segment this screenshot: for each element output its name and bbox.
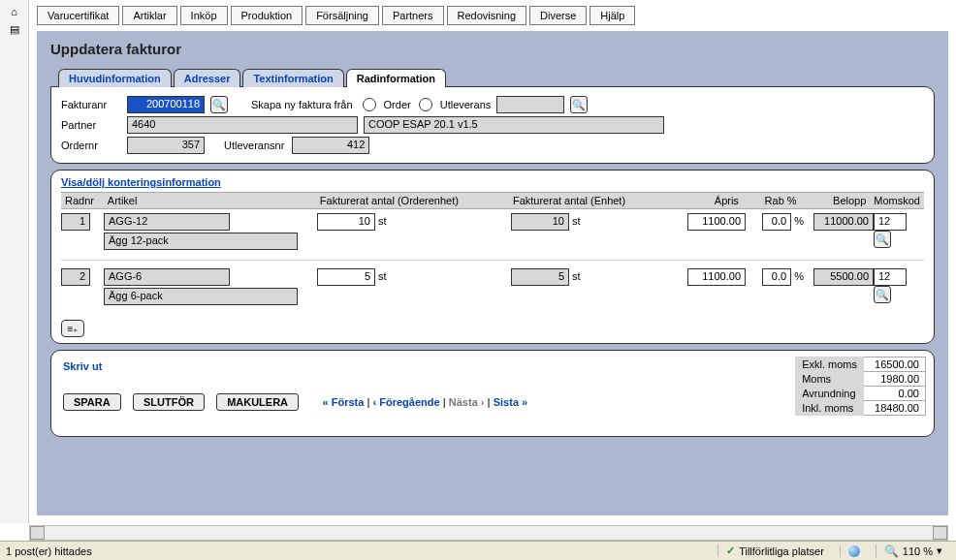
order-radio[interactable] — [363, 98, 376, 111]
status-zoom[interactable]: 🔍 110 % ▾ — [876, 544, 950, 558]
total-inkl-value: 18480.00 — [864, 401, 926, 416]
momskod-search-icon[interactable]: 🔍 — [874, 231, 891, 248]
utleveransnr-label: Utleveransnr — [224, 140, 286, 151]
total-moms-value: 1980.00 — [864, 372, 926, 387]
momskod-input[interactable]: 12 — [874, 213, 907, 231]
utleverans-radio[interactable] — [419, 98, 432, 111]
fakturanr-search-icon[interactable]: 🔍 — [210, 96, 228, 113]
toggle-kontering-link[interactable]: Visa/dölj konteringsinformation — [61, 176, 221, 188]
total-avrundning-label: Avrundning — [796, 387, 864, 401]
left-icon-bar: ⌂ ▤ — [0, 0, 29, 523]
order-radio-label: Order — [384, 99, 411, 110]
skriv-ut-link[interactable]: Skriv ut — [63, 360, 102, 372]
utleverans-radio-label: Utleverans — [440, 99, 492, 110]
menu-partners[interactable]: Partners — [382, 6, 444, 25]
belopp-field: 5500.00 — [813, 268, 874, 286]
partner-nr-field: 4640 — [127, 116, 358, 134]
col-momskod: Momskod — [870, 193, 924, 208]
home-icon[interactable]: ⌂ — [0, 6, 28, 17]
table-row: 1 AGG-12 Ägg 12-pack 10 st 10 st 1100.00 — [61, 209, 924, 261]
rab-input[interactable]: 0.0 — [762, 213, 791, 231]
utleveransnr-field: 412 — [292, 137, 369, 154]
menu-varucertifikat[interactable]: Varucertifikat — [37, 6, 119, 25]
ordernr-label: Ordernr — [61, 140, 121, 151]
scroll-right-arrow-icon[interactable] — [933, 526, 947, 540]
col-apris: Ápris — [673, 193, 743, 208]
makulera-button[interactable]: MAKULERA — [216, 393, 299, 411]
lines-header: Radnr Artikel Fakturerat antal (Orderenh… — [61, 192, 924, 209]
total-exkl-label: Exkl. moms — [796, 358, 864, 372]
rab-input[interactable]: 0.0 — [762, 268, 791, 286]
globe-icon — [848, 545, 860, 557]
radnr-field: 1 — [61, 213, 90, 231]
apris-input[interactable]: 1100.00 — [687, 268, 746, 286]
artikel-namn-field: Ägg 6-pack — [104, 288, 298, 305]
fao-unit: st — [378, 215, 387, 227]
invoice-footer-panel: Skriv ut SPARA SLUTFÖR MAKULERA « Första… — [50, 350, 935, 437]
col-fakt-orderenhet: Fakturerat antal (Orderenhet) — [316, 193, 509, 208]
menu-artiklar[interactable]: Artiklar — [122, 6, 176, 25]
momskod-input[interactable]: 12 — [874, 268, 907, 286]
radnr-field: 2 — [61, 268, 90, 286]
total-inkl-label: Inkl. moms — [796, 401, 864, 416]
rab-pct: % — [794, 215, 804, 227]
invoice-header-panel: Fakturanr 200700118 🔍 Skapa ny faktura f… — [50, 86, 935, 164]
zoom-icon: 🔍 — [884, 544, 899, 558]
status-record-count: 1 post(er) hittades — [6, 545, 92, 557]
rab-pct: % — [794, 270, 804, 282]
artikel-kod-field[interactable]: AGG-6 — [104, 268, 230, 286]
tab-textinformation[interactable]: Textinformation — [242, 69, 343, 87]
scroll-left-arrow-icon[interactable] — [30, 526, 45, 540]
ordernr-field: 357 — [127, 137, 205, 154]
col-artikel: Artikel — [104, 193, 316, 208]
momskod-search-icon[interactable]: 🔍 — [874, 286, 891, 303]
zoom-dropdown-icon[interactable]: ▾ — [937, 544, 942, 557]
status-zone-icon — [840, 545, 868, 557]
fae-unit: st — [572, 215, 581, 227]
col-fakt-enhet: Fakturerat antal (Enhet) — [509, 193, 673, 208]
skapa-ny-label: Skapa ny faktura från — [251, 99, 355, 110]
menu-forsaljning[interactable]: Försäljning — [305, 6, 379, 25]
pager-prev[interactable]: ‹ Föregående — [373, 396, 440, 408]
fae-field: 5 — [511, 268, 569, 286]
tab-adresser[interactable]: Adresser — [174, 69, 241, 87]
partner-name-field: COOP ESAP 20.1 v1.5 — [364, 116, 664, 134]
col-radnr: Radnr — [61, 193, 104, 208]
slutfor-button[interactable]: SLUTFÖR — [133, 393, 205, 411]
menu-diverse[interactable]: Diverse — [529, 6, 587, 25]
status-trusted: ✓ Tillförlitliga platser — [717, 544, 832, 557]
status-bar: 1 post(er) hittades ✓ Tillförlitliga pla… — [0, 541, 956, 560]
fae-unit: st — [572, 270, 581, 282]
check-icon: ✓ — [726, 544, 735, 557]
add-row-icon[interactable]: ≡₊ — [61, 320, 84, 337]
pager-first[interactable]: « Första — [323, 396, 365, 408]
menu-bar: Varucertifikat Artiklar Inköp Produktion… — [29, 0, 956, 25]
pager-last[interactable]: Sista » — [494, 396, 527, 408]
pager: « Första | ‹ Föregående | Nästa › | Sist… — [323, 396, 528, 408]
fakturanr-label: Fakturanr — [61, 99, 121, 110]
col-belopp: Belopp — [801, 193, 871, 208]
menu-inkop[interactable]: Inköp — [180, 6, 228, 25]
menu-hjalp[interactable]: Hjälp — [590, 6, 635, 25]
tab-strip: Huvudinformation Adresser Textinformatio… — [58, 69, 935, 87]
fao-input[interactable]: 5 — [317, 268, 375, 286]
grip-icon[interactable]: ▤ — [0, 23, 28, 36]
tab-radinformation[interactable]: Radinformation — [346, 69, 446, 87]
fae-field: 10 — [511, 213, 569, 231]
skapa-search-icon[interactable]: 🔍 — [570, 96, 588, 113]
artikel-namn-field: Ägg 12-pack — [104, 233, 298, 250]
spara-button[interactable]: SPARA — [63, 393, 121, 411]
page-title: Uppdatera fakturor — [50, 41, 935, 57]
menu-redovisning[interactable]: Redovisning — [447, 6, 527, 25]
skapa-input[interactable] — [496, 96, 564, 113]
horizontal-scrollbar[interactable] — [29, 525, 948, 541]
fakturanr-input[interactable]: 200700118 — [127, 96, 205, 113]
menu-produktion[interactable]: Produktion — [231, 6, 303, 25]
table-row: 2 AGG-6 Ägg 6-pack 5 st 5 st 1100.00 — [61, 261, 924, 310]
tab-huvudinformation[interactable]: Huvudinformation — [58, 69, 172, 87]
partner-label: Partner — [61, 119, 121, 131]
artikel-kod-field[interactable]: AGG-12 — [104, 213, 230, 231]
fao-input[interactable]: 10 — [317, 213, 375, 231]
apris-input[interactable]: 1100.00 — [687, 213, 746, 231]
belopp-field: 11000.00 — [813, 213, 874, 231]
